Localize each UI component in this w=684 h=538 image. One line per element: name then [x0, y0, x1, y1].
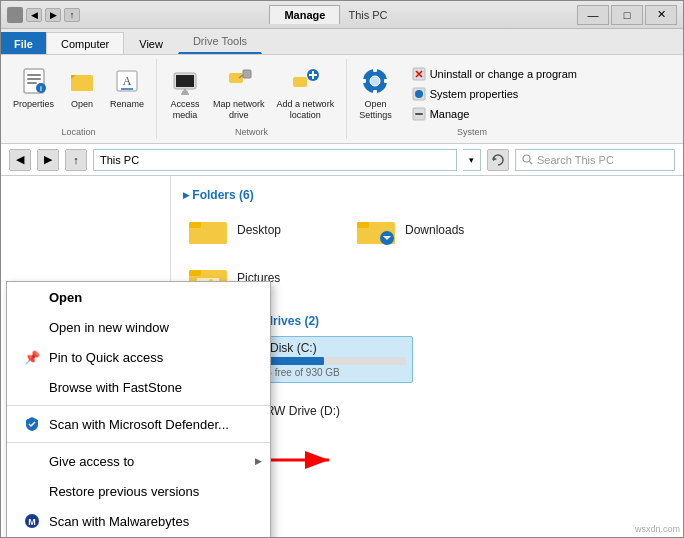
- ctx-access-icon: [23, 452, 41, 470]
- watermark: wsxdn.com: [635, 524, 680, 534]
- ribbon-body: i Properties Open: [1, 55, 683, 143]
- location-buttons: i Properties Open: [9, 61, 148, 125]
- properties-button[interactable]: i Properties: [9, 63, 58, 112]
- ctx-open-icon: [23, 288, 41, 306]
- folder-downloads[interactable]: Downloads: [351, 210, 511, 250]
- ctx-open-new-window[interactable]: Open in new window: [7, 312, 270, 342]
- title-bar: ◀ ▶ ↑ Manage This PC — □ ✕: [1, 1, 683, 29]
- ctx-scan-defender[interactable]: Scan with Microsoft Defender...: [7, 409, 270, 439]
- maximize-button[interactable]: □: [611, 5, 643, 25]
- ribbon-tab-bar: File Computer View Drive Tools: [1, 29, 683, 55]
- access-media-label: Accessmedia: [171, 99, 200, 121]
- settings-icon: [359, 65, 391, 97]
- uninstall-icon: [412, 67, 426, 81]
- address-input[interactable]: This PC: [93, 149, 457, 171]
- svg-rect-40: [189, 228, 227, 244]
- map-network-label: Map networkdrive: [213, 99, 265, 121]
- ribbon-group-system: OpenSettings Uninstall or change a progr…: [347, 59, 597, 139]
- address-dropdown[interactable]: ▾: [463, 149, 481, 171]
- open-button[interactable]: Open: [62, 63, 102, 112]
- back-button[interactable]: ◀: [9, 149, 31, 171]
- search-box[interactable]: Search This PC: [515, 149, 675, 171]
- uninstall-label: Uninstall or change a program: [430, 68, 577, 80]
- folders-section-title: ▸ Folders (6): [183, 188, 671, 202]
- manage-icon: [412, 107, 426, 121]
- window: ◀ ▶ ↑ Manage This PC — □ ✕ File Computer…: [0, 0, 684, 538]
- downloads-folder-icon: [357, 214, 397, 246]
- up-button[interactable]: ↑: [65, 149, 87, 171]
- ctx-open[interactable]: Open: [7, 282, 270, 312]
- ctx-scan-malwarebytes[interactable]: M Scan with Malwarebytes: [7, 506, 270, 536]
- ribbon: File Computer View Drive Tools: [1, 29, 683, 144]
- system-properties-button[interactable]: System properties: [408, 85, 581, 103]
- svg-rect-12: [176, 75, 194, 87]
- rename-button[interactable]: A Rename: [106, 63, 148, 112]
- back-btn[interactable]: ◀: [26, 8, 42, 22]
- desktop-label: Desktop: [237, 223, 281, 237]
- tab-view[interactable]: View: [124, 32, 178, 54]
- ctx-browse-faststone[interactable]: Browse with FastStone: [7, 372, 270, 402]
- tab-file[interactable]: File: [1, 32, 46, 54]
- open-settings-button[interactable]: OpenSettings: [355, 63, 396, 123]
- ctx-open-new-icon: [23, 318, 41, 336]
- tab-drive-tools[interactable]: Drive Tools: [178, 28, 262, 54]
- minimize-button[interactable]: —: [577, 5, 609, 25]
- ctx-restore-label: Restore previous versions: [49, 484, 199, 499]
- refresh-button[interactable]: [487, 149, 509, 171]
- network-label: Network: [235, 125, 268, 137]
- svg-rect-41: [189, 222, 201, 228]
- map-network-icon: [223, 65, 255, 97]
- ctx-defender-label: Scan with Microsoft Defender...: [49, 417, 229, 432]
- properties-icon: i: [18, 65, 50, 97]
- ctx-pin-start[interactable]: ⊞ Pin to Start: [7, 536, 270, 537]
- ctx-faststone-icon: [23, 378, 41, 396]
- forward-btn[interactable]: ▶: [45, 8, 61, 22]
- svg-text:M: M: [28, 517, 36, 527]
- properties-label: Properties: [13, 99, 54, 110]
- title-bar-left: ◀ ▶ ↑: [7, 7, 80, 23]
- svg-rect-19: [293, 77, 307, 87]
- svg-rect-35: [415, 113, 423, 115]
- ctx-access-label: Give access to: [49, 454, 134, 469]
- ctx-restore-icon: [23, 482, 41, 500]
- open-icon: [66, 65, 98, 97]
- system-items: Uninstall or change a program System pro…: [400, 63, 589, 125]
- title-bar-center: Manage This PC: [80, 5, 577, 24]
- desktop-folder-icon: [189, 214, 229, 246]
- network-buttons: Accessmedia Map networkdrive: [165, 61, 338, 125]
- address-bar: ◀ ▶ ↑ This PC ▾ Search This PC: [1, 144, 683, 176]
- ctx-pin-quick[interactable]: 📌 Pin to Quick access: [7, 342, 270, 372]
- close-button[interactable]: ✕: [645, 5, 677, 25]
- svg-rect-25: [373, 67, 377, 72]
- svg-point-24: [370, 76, 380, 86]
- access-media-button[interactable]: Accessmedia: [165, 63, 205, 123]
- svg-rect-3: [27, 82, 37, 84]
- map-network-drive-button[interactable]: Map networkdrive: [209, 63, 269, 123]
- svg-rect-7: [71, 78, 93, 91]
- ctx-defender-icon: [23, 415, 41, 433]
- add-network-location-button[interactable]: Add a networklocation: [273, 63, 339, 123]
- svg-rect-28: [384, 79, 389, 83]
- manage-tab[interactable]: Manage: [269, 5, 340, 24]
- access-media-icon: [169, 65, 201, 97]
- context-menu: Open Open in new window 📌 Pin to Quick a…: [6, 281, 271, 537]
- refresh-icon: [491, 153, 505, 167]
- up-btn[interactable]: ↑: [64, 8, 80, 22]
- ctx-malware-icon: M: [23, 512, 41, 530]
- svg-point-33: [415, 90, 423, 98]
- system-properties-label: System properties: [430, 88, 519, 100]
- ctx-restore-versions[interactable]: Restore previous versions: [7, 476, 270, 506]
- open-label: Open: [71, 99, 93, 110]
- tab-computer[interactable]: Computer: [46, 32, 124, 54]
- open-settings-label: OpenSettings: [359, 99, 392, 121]
- uninstall-button[interactable]: Uninstall or change a program: [408, 65, 581, 83]
- folder-desktop[interactable]: Desktop: [183, 210, 343, 250]
- svg-rect-27: [361, 79, 366, 83]
- svg-rect-16: [229, 73, 243, 83]
- ctx-faststone-label: Browse with FastStone: [49, 380, 182, 395]
- ctx-give-access[interactable]: Give access to: [7, 446, 270, 476]
- manage-button[interactable]: Manage: [408, 105, 581, 123]
- system-buttons: OpenSettings Uninstall or change a progr…: [355, 61, 589, 125]
- forward-button[interactable]: ▶: [37, 149, 59, 171]
- window-icon: [7, 7, 23, 23]
